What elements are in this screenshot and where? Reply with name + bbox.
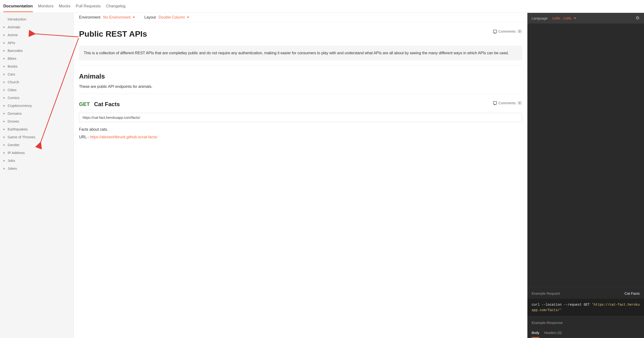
- comments-count: 0: [517, 29, 522, 33]
- language-label: Language: [532, 16, 548, 20]
- comments-button[interactable]: Comments 0: [493, 29, 522, 33]
- sidebar-item-label: Cryptocurrency: [8, 104, 32, 108]
- topnav-tab-changelog[interactable]: Changelog: [106, 0, 126, 12]
- http-method-badge: GET: [79, 101, 90, 107]
- example-request-header: Example Request Cat Facts: [528, 287, 644, 299]
- caret-right-icon: ▶: [3, 96, 7, 99]
- sidebar-item-church[interactable]: ▶Church: [0, 78, 74, 86]
- caret-right-icon: ▶: [3, 136, 7, 138]
- sidebar-item-barcodes[interactable]: ▶Barcodes: [0, 47, 74, 54]
- sidebar-item-cryptocurrency[interactable]: ▶Cryptocurrency: [0, 102, 74, 110]
- layout-dropdown[interactable]: Double Column: [159, 15, 189, 20]
- caret-right-icon: ▶: [3, 88, 7, 91]
- sidebar-item-label: IP Address: [8, 151, 25, 155]
- sidebar-item-label: Books: [8, 64, 18, 68]
- language-value: cURL - cURL: [552, 16, 572, 20]
- caret-right-icon: ▶: [3, 26, 7, 28]
- topnav-tab-monitors[interactable]: Monitors: [38, 0, 54, 12]
- caret-right-icon: ▶: [3, 104, 7, 107]
- sidebar-item-label: Bikes: [8, 56, 16, 60]
- comment-icon: [493, 30, 497, 33]
- language-dropdown[interactable]: cURL - cURL: [552, 16, 576, 20]
- example-request-label: Example Request: [532, 291, 560, 296]
- sidebar-item-game-of-thrones[interactable]: ▶Game of Thrones: [0, 133, 74, 141]
- caret-right-icon: ▶: [3, 57, 7, 60]
- page-description: This is a collection of different REST A…: [79, 46, 522, 60]
- toolbar: Environment No Environment Layout Double…: [74, 13, 528, 22]
- section-title-animals: Animals: [79, 72, 522, 80]
- sidebar-item-domains[interactable]: ▶Domains: [0, 110, 74, 117]
- caret-right-icon: ▶: [3, 81, 7, 83]
- endpoint-url-box[interactable]: https://cat-fact.herokuapp.com/facts/: [79, 113, 522, 122]
- tab-headers-count: (0): [558, 331, 562, 335]
- code-block[interactable]: curl --location --request GET 'https://c…: [528, 299, 644, 316]
- layout-value: Double Column: [159, 15, 185, 20]
- example-response-header: Example Response: [528, 316, 644, 328]
- sidebar-item-cities[interactable]: ▶Cities: [0, 86, 74, 94]
- sidebar-item-anime[interactable]: ▶Anime: [0, 31, 74, 39]
- top-nav: DocumentationMonitorsMocksPull RequestsC…: [0, 0, 644, 13]
- caret-right-icon: ▶: [3, 73, 7, 76]
- endpoint-comments-button[interactable]: Comments 0: [493, 101, 522, 105]
- caret-right-icon: ▶: [3, 49, 7, 52]
- caret-right-icon: ▶: [3, 34, 7, 36]
- sidebar-item-ip-address[interactable]: ▶IP Address: [0, 149, 74, 156]
- code-panel-header: Language cURL - cURL: [528, 13, 644, 24]
- endpoint-description: Facts about cats.: [79, 127, 522, 132]
- sidebar-item-comics[interactable]: ▶Comics: [0, 94, 74, 102]
- chevron-down-icon: [187, 17, 189, 18]
- main-content: Environment No Environment Layout Double…: [74, 13, 528, 338]
- example-request-name: Cat Facts: [624, 291, 640, 296]
- sidebar-item-animals[interactable]: ▶Animals: [0, 23, 74, 31]
- sidebar-item-jokes[interactable]: ▶Jokes: [0, 164, 74, 172]
- code-cmd: curl --location --request GET: [532, 303, 592, 306]
- page-title: Public REST APIs: [79, 29, 147, 38]
- environment-dropdown[interactable]: No Environment: [103, 15, 135, 20]
- layout-label: Layout: [144, 15, 156, 20]
- environment-label: Environment: [79, 15, 100, 20]
- sidebar-item-label: Gender: [8, 143, 20, 147]
- sidebar-item-earthquakes[interactable]: ▶Earthquakes: [0, 125, 74, 133]
- sidebar-item-label: Earthquakes: [8, 127, 28, 131]
- url-prefix: URL -: [79, 135, 90, 139]
- code-panel-empty: [528, 24, 644, 287]
- sidebar-item-label: Animals: [8, 25, 20, 29]
- comments-label: Comments: [498, 29, 516, 33]
- sidebar-item-label: APIs: [8, 41, 15, 45]
- caret-right-icon: ▶: [3, 65, 7, 68]
- comments-count: 0: [517, 101, 522, 105]
- sidebar-item-cars[interactable]: ▶Cars: [0, 70, 74, 78]
- topnav-tab-documentation[interactable]: Documentation: [3, 0, 33, 12]
- comments-label: Comments: [498, 101, 516, 105]
- sidebar-item-drones[interactable]: ▶Drones: [0, 117, 74, 125]
- environment-value: No Environment: [103, 15, 131, 20]
- sidebar-item-jobs[interactable]: ▶Jobs: [0, 156, 74, 164]
- example-response-label: Example Response: [532, 320, 562, 325]
- sidebar-item-label: Drones: [8, 119, 19, 123]
- sidebar: ▶Introduction▶Animals▶Anime▶APIs▶Barcode…: [0, 13, 74, 338]
- sidebar-item-label: Jokes: [8, 166, 17, 170]
- sidebar-item-label: Cities: [8, 88, 17, 92]
- tab-headers-label: Headers: [544, 331, 557, 335]
- sidebar-item-apis[interactable]: ▶APIs: [0, 39, 74, 47]
- sidebar-item-introduction[interactable]: ▶Introduction: [0, 15, 74, 23]
- tab-body[interactable]: Body: [532, 331, 539, 338]
- section-description: These are public API endpoints for anima…: [79, 84, 522, 89]
- sidebar-item-gender[interactable]: ▶Gender: [0, 141, 74, 149]
- sidebar-item-label: Domains: [8, 112, 22, 116]
- endpoint-reference-link[interactable]: https://alexwohlbruck.github.io/cat-fact…: [90, 135, 158, 139]
- content-scroll[interactable]: Public REST APIs Comments 0 This is a co…: [74, 22, 528, 338]
- topnav-tab-mocks[interactable]: Mocks: [59, 0, 70, 12]
- sidebar-item-label: Barcodes: [8, 48, 22, 52]
- endpoint-reference-line: URL - https://alexwohlbruck.github.io/ca…: [79, 135, 522, 139]
- sidebar-item-label: Anime: [8, 33, 18, 37]
- caret-right-icon: ▶: [3, 159, 7, 162]
- sidebar-item-label: Church: [8, 80, 19, 84]
- topnav-tab-pull-requests[interactable]: Pull Requests: [76, 0, 101, 12]
- sidebar-item-bikes[interactable]: ▶Bikes: [0, 54, 74, 62]
- sidebar-item-books[interactable]: ▶Books: [0, 62, 74, 70]
- tab-headers[interactable]: Headers (0): [544, 331, 562, 338]
- caret-right-icon: ▶: [3, 144, 7, 146]
- gear-icon[interactable]: [636, 16, 640, 21]
- caret-right-icon: ▶: [3, 128, 7, 130]
